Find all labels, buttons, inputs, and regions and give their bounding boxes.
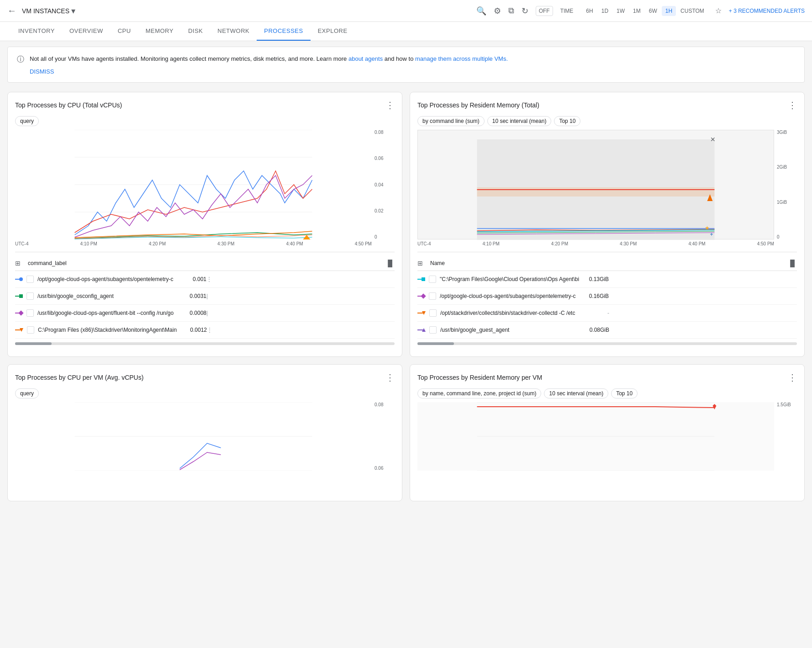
svg-text:★: ★ — [705, 225, 710, 231]
fullscreen-icon[interactable]: ⧉ — [508, 6, 514, 16]
cpu-card-title: Top Processes by CPU (Total vCPUs) — [15, 101, 122, 109]
legend-value-3: 0.0008 — [184, 310, 206, 316]
search-icon[interactable]: 🔍 — [476, 6, 486, 16]
mem-y-2gib: 2GiB — [777, 165, 797, 170]
mem-per-vm-chip-interval[interactable]: 10 sec interval (mean) — [544, 388, 608, 398]
cpu-legend-header: ⊞ command_label ▐▌ — [15, 256, 395, 271]
tab-memory[interactable]: MEMORY — [138, 22, 181, 41]
legend-value-4: 0.0012 — [184, 327, 207, 333]
back-button[interactable]: ← — [7, 5, 16, 16]
cpu-per-vm-more[interactable]: ⋮ — [385, 372, 395, 383]
mem-legend-name-2: /opt/google-cloud-ops-agent/subagents/op… — [440, 293, 586, 299]
cpu-legend-bars-icon[interactable]: ▐▌ — [385, 260, 395, 267]
time-1d[interactable]: 1D — [598, 6, 612, 16]
mem-per-vm-y-15: 1.5GiB — [777, 402, 797, 407]
star-icon[interactable]: ☆ — [715, 6, 722, 15]
refresh-icon[interactable]: ↻ — [522, 6, 528, 16]
legend-value-1: 0.001 — [184, 276, 206, 282]
manage-vms-link[interactable]: manage them across multiple VMs. — [415, 55, 508, 62]
mem-x-410: 4:10 PM — [483, 241, 500, 246]
time-1h[interactable]: 1H — [662, 6, 676, 16]
legend-row-2: /usr/bin/google_osconfig_agent 0.0031 | — [15, 288, 395, 305]
memory-per-vm-more[interactable]: ⋮ — [788, 372, 797, 383]
memory-filter-chips: by command line (sum) 10 sec interval (m… — [417, 116, 797, 126]
cpu-x-440: 4:40 PM — [286, 241, 303, 246]
legend-menu-3[interactable]: | — [206, 310, 210, 316]
legend-menu-2[interactable]: | — [206, 293, 210, 299]
legend-menu-1[interactable]: ⋮ — [206, 276, 210, 282]
time-toggle-off[interactable]: OFF — [536, 6, 553, 16]
legend-check-1[interactable] — [26, 276, 34, 283]
legend-name-3: /usr/lib/google-cloud-ops-agent/fluent-b… — [37, 310, 184, 316]
vm-instances-title[interactable]: VM INSTANCES ▾ — [22, 6, 75, 16]
cpu-x-420: 4:20 PM — [149, 241, 166, 246]
cpu-per-vm-y-08: 0.08 — [374, 402, 395, 407]
time-1m[interactable]: 1M — [629, 6, 644, 16]
time-6h[interactable]: 6H — [582, 6, 596, 16]
mem-legend-grid-icon: ⊞ — [417, 260, 430, 267]
mem-legend-check-2[interactable] — [429, 292, 436, 300]
memory-per-vm-svg — [417, 402, 774, 471]
legend-menu-4[interactable]: ⋮ — [207, 327, 211, 333]
memory-chip-top10[interactable]: Top 10 — [554, 116, 580, 126]
cpu-filter-chips: query — [15, 116, 395, 126]
time-custom[interactable]: CUSTOM — [677, 6, 708, 16]
mem-legend-name-4: /usr/bin/google_guest_agent — [440, 327, 586, 333]
memory-per-vm-card: Top Processes by Resident Memory per VM … — [410, 364, 805, 501]
legend-check-4[interactable] — [27, 326, 34, 334]
cpu-legend-label: command_label — [28, 260, 385, 266]
mem-legend-value-1: 0.13GiB — [586, 276, 609, 282]
memory-card-more[interactable]: ⋮ — [788, 100, 797, 111]
time-1w[interactable]: 1W — [613, 6, 628, 16]
cpu-x-450: 4:50 PM — [355, 241, 372, 246]
mem-x-440: 4:40 PM — [688, 241, 705, 246]
tab-network[interactable]: NETWORK — [210, 22, 257, 41]
memory-chip-interval[interactable]: 10 sec interval (mean) — [487, 116, 552, 126]
mem-legend-header: ⊞ Name ▐▌ — [417, 256, 797, 271]
mem-per-vm-chip-top10[interactable]: Top 10 — [611, 388, 638, 398]
mem-legend-bars-icon[interactable]: ▐▌ — [788, 260, 797, 267]
memory-chip-cmdline[interactable]: by command line (sum) — [417, 116, 485, 126]
legend-name-2: /usr/bin/google_osconfig_agent — [37, 293, 184, 299]
cpu-chip-query[interactable]: query — [15, 116, 39, 126]
tab-explore[interactable]: EXPLORE — [311, 22, 355, 41]
cpu-scrollbar[interactable] — [15, 342, 395, 345]
cpu-per-vm-chips: query — [15, 388, 395, 398]
svg-text:+: + — [710, 231, 713, 238]
mem-legend-check-4[interactable] — [429, 326, 437, 334]
cpu-card-more[interactable]: ⋮ — [385, 100, 395, 111]
mem-per-vm-chip-name[interactable]: by name, command line, zone, project id … — [417, 388, 541, 398]
tab-overview[interactable]: OVERVIEW — [62, 22, 111, 41]
dismiss-button[interactable]: DISMISS — [30, 68, 795, 75]
mem-legend-check-3[interactable] — [429, 309, 437, 317]
legend-check-2[interactable] — [26, 292, 34, 300]
cpu-y-02: 0.02 — [374, 208, 395, 213]
legend-value-2: 0.0031 — [184, 293, 206, 299]
tab-cpu[interactable]: CPU — [111, 22, 138, 41]
tab-disk[interactable]: DISK — [181, 22, 210, 41]
tab-processes[interactable]: PROCESSES — [257, 22, 310, 41]
alerts-button[interactable]: + 3 RECOMMENDED ALERTS — [729, 8, 805, 14]
mem-legend-row-2: /opt/google-cloud-ops-agent/subagents/op… — [417, 288, 797, 305]
time-options: 6H 1D 1W 1M 6W 1H CUSTOM — [582, 6, 707, 16]
title-text: VM INSTANCES — [22, 7, 69, 15]
mem-y-0: 0 — [777, 234, 797, 239]
cpu-x-430: 4:30 PM — [217, 241, 234, 246]
settings-icon[interactable]: ⚙ — [494, 6, 501, 16]
cpu-processes-card: Top Processes by CPU (Total vCPUs) ⋮ que… — [7, 92, 402, 357]
main-content: Top Processes by CPU (Total vCPUs) ⋮ que… — [0, 88, 812, 509]
about-agents-link[interactable]: about agents — [348, 55, 383, 62]
time-6w[interactable]: 6W — [645, 6, 661, 16]
tab-inventory[interactable]: INVENTORY — [11, 22, 62, 41]
cpu-per-vm-chip[interactable]: query — [15, 388, 39, 398]
legend-check-3[interactable] — [26, 309, 34, 317]
mem-legend-value-3: - — [586, 310, 609, 316]
mem-legend-check-1[interactable] — [429, 276, 436, 283]
mem-x-utc: UTC-4 — [417, 241, 431, 246]
mem-scrollbar[interactable] — [417, 342, 797, 345]
nav-tabs: INVENTORY OVERVIEW CPU MEMORY DISK NETWO… — [0, 22, 812, 41]
cpu-per-vm-y-06: 0.06 — [374, 466, 395, 471]
cpu-per-vm-svg — [15, 402, 372, 471]
cpu-x-utc: UTC-4 — [15, 241, 28, 246]
top-charts-row: Top Processes by CPU (Total vCPUs) ⋮ que… — [7, 92, 805, 357]
